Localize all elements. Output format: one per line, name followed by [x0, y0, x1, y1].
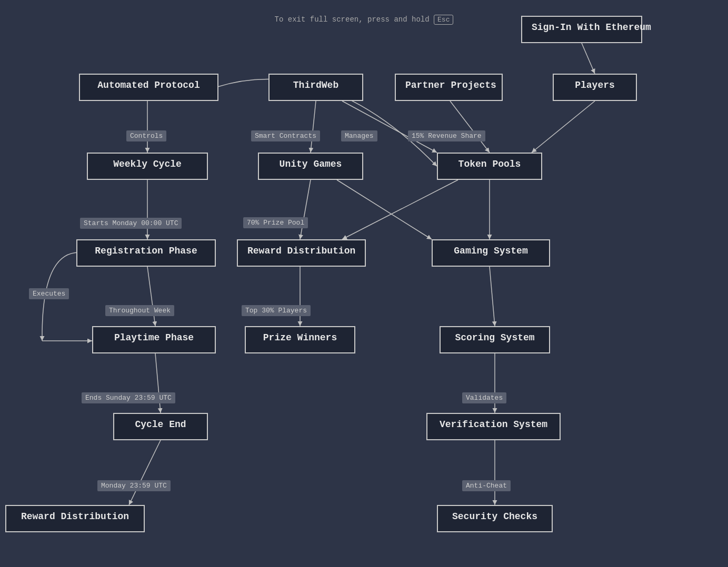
label-controls: Controls — [126, 130, 166, 141]
reward-distribution-bot-node: Reward Distribution — [5, 505, 145, 532]
playtime-phase-node: Playtime Phase — [92, 326, 216, 353]
gaming-system-node: Gaming System — [432, 239, 550, 267]
svg-line-6 — [155, 353, 161, 413]
unity-games-node: Unity Games — [258, 153, 363, 180]
label-anti-cheat: Anti-Cheat — [462, 480, 511, 491]
label-starts-monday: Starts Monday 00:00 UTC — [80, 218, 182, 229]
partner-projects-node: Partner Projects — [395, 74, 503, 101]
automated-protocol-node: Automated Protocol — [79, 74, 218, 101]
svg-line-17 — [490, 267, 495, 326]
svg-line-1 — [582, 43, 595, 74]
security-checks-node: Security Checks — [437, 505, 553, 532]
svg-line-13 — [337, 180, 432, 239]
prize-winners-node: Prize Winners — [245, 326, 355, 353]
svg-line-11 — [532, 101, 595, 153]
token-pools-node: Token Pools — [437, 153, 542, 180]
svg-line-7 — [129, 440, 161, 505]
label-manages: Manages — [341, 130, 377, 141]
label-monday-2359: Monday 23:59 UTC — [97, 480, 171, 491]
svg-line-10 — [450, 101, 490, 153]
esc-key: Esc — [434, 15, 453, 25]
verification-system-node: Verification System — [426, 413, 561, 440]
label-prize-pool-70: 70% Prize Pool — [243, 217, 308, 228]
label-ends-sunday: Ends Sunday 23:59 UTC — [82, 392, 175, 403]
label-validates: Validates — [462, 392, 506, 403]
cycle-end-node: Cycle End — [113, 413, 208, 440]
registration-phase-node: Registration Phase — [76, 239, 216, 267]
label-executes: Executes — [29, 288, 69, 299]
svg-line-8 — [311, 101, 316, 153]
label-smart-contracts: Smart Contracts — [251, 130, 320, 141]
svg-line-4 — [147, 267, 155, 326]
weekly-cycle-node: Weekly Cycle — [87, 153, 208, 180]
svg-line-12 — [300, 180, 311, 239]
label-revenue-share: 15% Revenue Share — [408, 130, 485, 141]
fullscreen-text: To exit full screen, press and hold — [275, 15, 430, 24]
scoring-system-node: Scoring System — [440, 326, 550, 353]
players-node: Players — [553, 74, 637, 101]
reward-distribution-mid-node: Reward Distribution — [237, 239, 366, 267]
thirdweb-node: ThirdWeb — [268, 74, 363, 101]
fullscreen-message: To exit full screen, press and hold Esc — [275, 15, 454, 25]
label-throughout-week: Throughout Week — [105, 305, 174, 316]
sign-in-node: Sign-In With Ethereum — [521, 16, 642, 43]
svg-line-15 — [342, 180, 458, 239]
label-top-30: Top 30% Players — [242, 305, 311, 316]
svg-line-9 — [342, 101, 437, 153]
